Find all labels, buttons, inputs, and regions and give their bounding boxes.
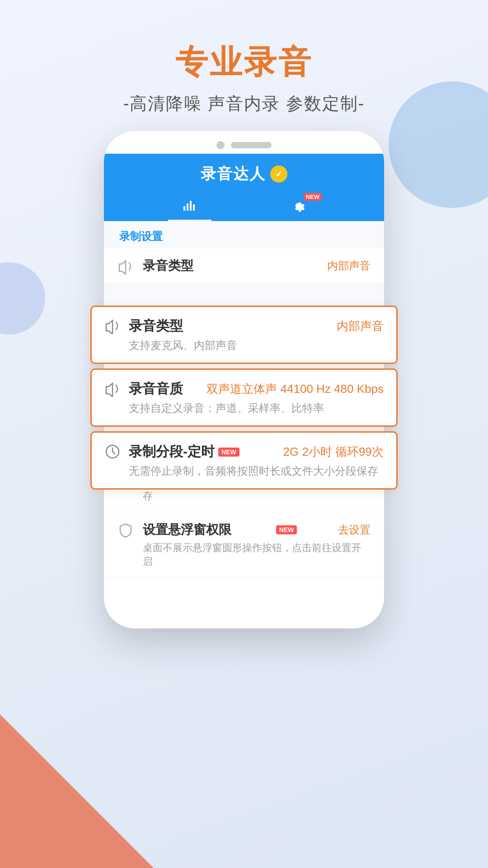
speaker-icon-dim: [117, 258, 134, 274]
app-header: 录音达人 ✓: [104, 154, 384, 221]
hl3-desc: 无需停止录制，音频将按照时长或文件大小分段保存: [129, 464, 384, 478]
shield-icon-float: [117, 522, 134, 538]
settings-item-type-dim: 录音类型 内部声音: [104, 248, 384, 284]
svg-rect-0: [183, 206, 185, 211]
hl3-value: 2G 2小时 循环99次: [283, 444, 384, 460]
float-header-row: 设置悬浮窗权限NEW 去设置: [143, 521, 371, 538]
highlight-card-type[interactable]: 录音类型 内部声音 支持麦克风、内部声音: [90, 306, 398, 364]
highlight-cards-overlay: 录音类型 内部声音 支持麦克风、内部声音 录音音质 双声道立体声 44100 H…: [90, 306, 398, 494]
svg-rect-3: [193, 204, 195, 211]
phone-mockup: 录音达人 ✓: [104, 131, 384, 701]
hl1-title: 录音类型: [129, 317, 183, 335]
phone-notch: [104, 131, 384, 154]
float-desc: 桌面不展示悬浮窗圆形操作按钮，点击前往设置开启: [143, 541, 371, 568]
speaker-icon-hl1: [104, 318, 121, 334]
highlight-card-quality[interactable]: 录音音质 双声道立体声 44100 Hz 480 Kbps 支持自定义录音：声道…: [90, 368, 398, 427]
hl1-header: 录音类型 内部声音: [129, 317, 384, 335]
hl3-header: 录制分段-定时 NEW 2G 2小时 循环99次: [129, 443, 384, 461]
notch-speaker: [231, 142, 272, 148]
settings-new-badge: NEW: [304, 193, 322, 201]
hl3-new-badge: NEW: [218, 448, 239, 457]
verified-badge: ✓: [270, 165, 287, 183]
float-new-badge: NEW: [276, 525, 297, 534]
speaker-icon-hl2: [104, 381, 121, 397]
bg-triangle: [0, 714, 154, 868]
hl1-body: 录音类型 内部声音 支持麦克风、内部声音: [129, 317, 384, 353]
notch-camera: [216, 141, 225, 149]
item-header-dim: 录音类型 内部声音: [143, 257, 371, 274]
item-body-dim: 录音类型 内部声音: [143, 257, 371, 274]
tab-bars[interactable]: [168, 192, 211, 221]
hl1-desc: 支持麦克风、内部声音: [129, 338, 384, 353]
app-title-row: 录音达人 ✓: [117, 164, 371, 192]
tab-settings[interactable]: NEW: [277, 193, 320, 221]
hl2-desc: 支持自定义录音：声道、采样率、比特率: [129, 401, 384, 415]
section-title: 录制设置: [104, 221, 384, 248]
hl3-body: 录制分段-定时 NEW 2G 2小时 循环99次 无需停止录制，音频将按照时长或…: [129, 443, 384, 478]
item-value-dim: 内部声音: [327, 259, 371, 273]
float-value: 去设置: [338, 523, 371, 537]
float-title: 设置悬浮窗权限: [143, 521, 231, 538]
hl3-title: 录制分段-定时: [129, 443, 215, 461]
clock-icon-hl3: [104, 443, 121, 460]
hl1-value: 内部声音: [337, 318, 384, 334]
bg-circle-left: [0, 262, 45, 335]
svg-rect-1: [187, 203, 188, 211]
app-title: 录音达人: [201, 164, 266, 184]
check-icon: ✓: [275, 169, 283, 179]
svg-rect-2: [190, 201, 192, 211]
hl2-body: 录音音质 双声道立体声 44100 Hz 480 Kbps 支持自定义录音：声道…: [129, 380, 384, 415]
page-title: 专业录音: [0, 41, 488, 84]
hl2-title: 录音音质: [129, 380, 183, 398]
settings-item-float[interactable]: 设置悬浮窗权限NEW 去设置 桌面不展示悬浮窗圆形操作按钮，点击前往设置开启: [104, 512, 384, 578]
hl2-value: 双声道立体声 44100 Hz 480 Kbps: [206, 381, 384, 397]
float-item-body: 设置悬浮窗权限NEW 去设置 桌面不展示悬浮窗圆形操作按钮，点击前往设置开启: [143, 521, 371, 568]
hl2-header: 录音音质 双声道立体声 44100 Hz 480 Kbps: [129, 380, 384, 398]
item-title-dim: 录音类型: [143, 257, 193, 274]
app-nav: NEW: [117, 192, 371, 221]
highlight-card-segment[interactable]: 录制分段-定时 NEW 2G 2小时 循环99次 无需停止录制，音频将按照时长或…: [90, 431, 398, 490]
